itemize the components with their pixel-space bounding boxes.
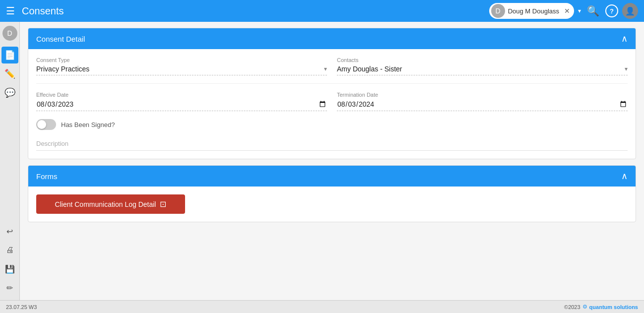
top-bar: ☰ Consents D Doug M Douglass ✕ ▾ 🔍 ? 👤 <box>0 0 644 22</box>
help-icon[interactable]: ? <box>605 4 618 17</box>
consent-type-field: Consent Type Privacy Practices ▾ <box>36 57 327 75</box>
sidebar: D 📄 ✏️ 💬 ↩ 🖨 💾 ✏ <box>0 22 20 300</box>
documents-icon: 📄 <box>4 50 15 61</box>
consent-detail-body: Consent Type Privacy Practices ▾ Contact… <box>28 49 636 159</box>
consent-detail-card: Consent Detail ∧ Consent Type Privacy Pr… <box>28 28 636 159</box>
consent-detail-header: Consent Detail ∧ <box>28 28 636 49</box>
close-user-chip[interactable]: ✕ <box>564 7 570 15</box>
user-name: Doug M Douglass <box>508 7 559 15</box>
save-icon: 💾 <box>5 264 15 274</box>
status-bar: 23.07.25 W3 ©2023 ⚙ quantum solutions <box>0 300 644 313</box>
effective-date-input[interactable] <box>36 100 327 109</box>
dates-row: Effecive Date Termination Date <box>36 92 628 111</box>
divider-1 <box>36 83 628 84</box>
sidebar-avatar[interactable]: D <box>2 26 17 41</box>
user-chip[interactable]: D Doug M Douglass ✕ <box>489 3 574 19</box>
edit-icon: ✏️ <box>4 68 15 79</box>
effective-date-field: Effecive Date <box>36 92 327 111</box>
user-dropdown-arrow[interactable]: ▾ <box>578 7 581 14</box>
termination-date-value-row <box>337 100 628 111</box>
forms-body: Client Communication Log Detail ⊡ <box>28 187 636 222</box>
consent-type-label: Consent Type <box>36 57 327 63</box>
termination-date-label: Termination Date <box>337 92 628 98</box>
sidebar-item-save[interactable]: 💾 <box>1 260 18 277</box>
sidebar-item-messages[interactable]: 💬 <box>1 84 18 101</box>
consent-detail-collapse[interactable]: ∧ <box>621 33 628 44</box>
description-field: Description <box>36 140 628 151</box>
sidebar-bottom: ↩ 🖨 💾 ✏ <box>1 223 18 300</box>
client-communication-log-button[interactable]: Client Communication Log Detail ⊡ <box>36 194 185 214</box>
termination-date-field: Termination Date <box>337 92 628 111</box>
messages-icon: 💬 <box>4 87 15 98</box>
sidebar-item-print[interactable]: 🖨 <box>1 242 18 258</box>
has-been-signed-label: Has Been Signed? <box>61 121 115 128</box>
contacts-value-row[interactable]: Amy Douglas - Sister ▾ <box>337 65 628 75</box>
top-bar-right: D Doug M Douglass ✕ ▾ 🔍 ? 👤 <box>489 3 638 19</box>
contacts-value: Amy Douglas - Sister <box>337 65 625 73</box>
sidebar-item-edit-bottom[interactable]: ✏ <box>1 279 18 296</box>
consent-detail-title: Consent Detail <box>36 35 85 43</box>
forms-title: Forms <box>36 172 58 181</box>
profile-avatar[interactable]: 👤 <box>622 3 638 19</box>
forms-card: Forms ∧ Client Communication Log Detail … <box>28 165 636 222</box>
sidebar-item-documents[interactable]: 📄 <box>1 47 18 63</box>
toggle-knob <box>37 120 46 129</box>
copyright: ©2023 <box>564 304 580 310</box>
menu-icon[interactable]: ☰ <box>6 5 15 17</box>
sidebar-item-undo[interactable]: ↩ <box>1 223 18 240</box>
has-been-signed-toggle[interactable] <box>36 119 56 130</box>
page-title: Consents <box>22 5 489 17</box>
effective-date-value-row <box>36 100 327 111</box>
sidebar-item-edit[interactable]: ✏️ <box>1 65 18 82</box>
effective-date-label: Effecive Date <box>36 92 327 98</box>
status-bar-right: ©2023 ⚙ quantum solutions <box>564 304 638 310</box>
consent-type-value: Privacy Practices <box>36 65 324 73</box>
consent-type-dropdown-arrow[interactable]: ▾ <box>324 65 327 72</box>
contacts-dropdown-arrow[interactable]: ▾ <box>625 65 628 72</box>
quantum-brand: quantum solutions <box>589 304 638 310</box>
forms-header: Forms ∧ <box>28 166 636 187</box>
quantum-logo-icon: ⚙ <box>582 304 587 310</box>
user-avatar: D <box>491 4 505 18</box>
status-bar-left: 23.07.25 W3 <box>6 304 37 310</box>
contacts-label: Contacts <box>337 57 628 63</box>
edit-bottom-icon: ✏ <box>6 283 13 293</box>
termination-date-input[interactable] <box>337 100 628 109</box>
app-body: D 📄 ✏️ 💬 ↩ 🖨 💾 ✏ <box>0 22 644 300</box>
has-been-signed-row: Has Been Signed? <box>36 119 628 130</box>
forms-collapse[interactable]: ∧ <box>621 171 628 182</box>
consent-contacts-row: Consent Type Privacy Practices ▾ Contact… <box>36 57 628 75</box>
print-icon: 🖨 <box>6 246 14 254</box>
description-label: Description <box>36 140 628 151</box>
contacts-field: Contacts Amy Douglas - Sister ▾ <box>337 57 628 75</box>
form-button-icon: ⊡ <box>160 199 166 209</box>
main-content: Consent Detail ∧ Consent Type Privacy Pr… <box>20 22 644 300</box>
search-icon[interactable]: 🔍 <box>585 3 601 19</box>
client-communication-log-label: Client Communication Log Detail <box>55 200 156 208</box>
undo-icon: ↩ <box>6 227 13 236</box>
consent-type-value-row[interactable]: Privacy Practices ▾ <box>36 65 327 75</box>
